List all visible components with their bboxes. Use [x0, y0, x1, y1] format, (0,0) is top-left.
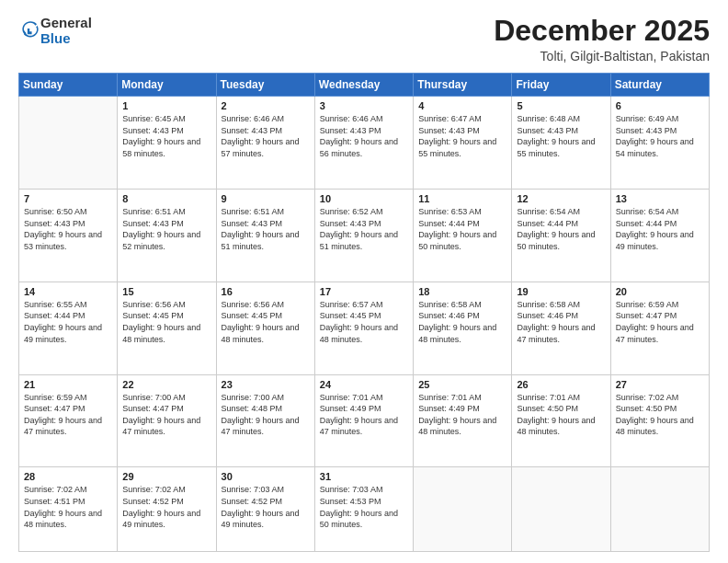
- day-number: 29: [122, 471, 210, 482]
- calendar-cell: [19, 97, 118, 190]
- day-info: Sunrise: 6:51 AMSunset: 4:43 PMDaylight:…: [122, 206, 210, 252]
- calendar-cell: 17Sunrise: 6:57 AMSunset: 4:45 PMDayligh…: [314, 282, 413, 374]
- page: General Blue December 2025 Tolti, Gilgit…: [0, 0, 728, 563]
- day-info: Sunrise: 6:50 AMSunset: 4:43 PMDaylight:…: [24, 206, 112, 252]
- header: General Blue December 2025 Tolti, Gilgit…: [18, 15, 710, 63]
- day-info: Sunrise: 7:02 AMSunset: 4:50 PMDaylight:…: [616, 392, 704, 438]
- day-info: Sunrise: 6:55 AMSunset: 4:44 PMDaylight:…: [24, 299, 112, 345]
- day-info: Sunrise: 7:01 AMSunset: 4:49 PMDaylight:…: [320, 392, 408, 438]
- day-number: 11: [418, 193, 506, 204]
- day-number: 22: [122, 379, 210, 390]
- calendar-cell: 4Sunrise: 6:47 AMSunset: 4:43 PMDaylight…: [414, 97, 512, 190]
- calendar-cell: 26Sunrise: 7:01 AMSunset: 4:50 PMDayligh…: [512, 374, 610, 467]
- calendar-header-row: Sunday Monday Tuesday Wednesday Thursday…: [19, 74, 710, 97]
- calendar-cell: 21Sunrise: 6:59 AMSunset: 4:47 PMDayligh…: [19, 374, 118, 467]
- day-number: 15: [122, 286, 210, 297]
- col-friday: Friday: [512, 74, 610, 97]
- col-monday: Monday: [118, 74, 216, 97]
- day-number: 18: [418, 286, 506, 297]
- logo: General Blue: [18, 15, 92, 47]
- calendar-cell: 31Sunrise: 7:03 AMSunset: 4:53 PMDayligh…: [314, 467, 413, 552]
- col-tuesday: Tuesday: [216, 74, 314, 97]
- calendar-cell: 30Sunrise: 7:03 AMSunset: 4:52 PMDayligh…: [216, 467, 314, 552]
- day-info: Sunrise: 6:59 AMSunset: 4:47 PMDaylight:…: [24, 392, 112, 438]
- day-number: 3: [320, 100, 408, 111]
- calendar-cell: 16Sunrise: 6:56 AMSunset: 4:45 PMDayligh…: [216, 282, 314, 374]
- logo-icon: [20, 18, 40, 39]
- day-number: 4: [418, 100, 506, 111]
- day-number: 17: [320, 286, 408, 297]
- calendar-cell: 1Sunrise: 6:45 AMSunset: 4:43 PMDaylight…: [118, 97, 216, 190]
- day-info: Sunrise: 6:58 AMSunset: 4:46 PMDaylight:…: [418, 299, 506, 345]
- day-number: 10: [320, 193, 408, 204]
- day-info: Sunrise: 6:45 AMSunset: 4:43 PMDaylight:…: [122, 113, 210, 159]
- day-info: Sunrise: 7:03 AMSunset: 4:52 PMDaylight:…: [222, 484, 310, 530]
- day-number: 9: [222, 193, 310, 204]
- calendar-cell: 25Sunrise: 7:01 AMSunset: 4:49 PMDayligh…: [414, 374, 512, 467]
- day-info: Sunrise: 7:01 AMSunset: 4:49 PMDaylight:…: [418, 392, 506, 438]
- col-sunday: Sunday: [19, 74, 118, 97]
- day-number: 27: [616, 379, 704, 390]
- calendar-cell: 9Sunrise: 6:51 AMSunset: 4:43 PMDaylight…: [216, 189, 314, 282]
- day-info: Sunrise: 6:47 AMSunset: 4:43 PMDaylight:…: [418, 113, 506, 159]
- day-info: Sunrise: 7:00 AMSunset: 4:48 PMDaylight:…: [222, 392, 310, 438]
- day-info: Sunrise: 6:52 AMSunset: 4:43 PMDaylight:…: [320, 206, 408, 252]
- calendar-cell: 11Sunrise: 6:53 AMSunset: 4:44 PMDayligh…: [414, 189, 512, 282]
- calendar-table: Sunday Monday Tuesday Wednesday Thursday…: [18, 73, 710, 552]
- calendar-cell: 20Sunrise: 6:59 AMSunset: 4:47 PMDayligh…: [610, 282, 709, 374]
- day-info: Sunrise: 6:53 AMSunset: 4:44 PMDaylight:…: [418, 206, 506, 252]
- day-number: 13: [616, 193, 704, 204]
- calendar-week-5: 28Sunrise: 7:02 AMSunset: 4:51 PMDayligh…: [19, 467, 710, 552]
- day-info: Sunrise: 6:56 AMSunset: 4:45 PMDaylight:…: [122, 299, 210, 345]
- title-section: December 2025 Tolti, Gilgit-Baltistan, P…: [494, 15, 710, 63]
- calendar-cell: 3Sunrise: 6:46 AMSunset: 4:43 PMDaylight…: [314, 97, 413, 190]
- day-number: 20: [616, 286, 704, 297]
- calendar-week-4: 21Sunrise: 6:59 AMSunset: 4:47 PMDayligh…: [19, 374, 710, 467]
- logo-blue-text: Blue: [40, 30, 71, 46]
- calendar-cell: 10Sunrise: 6:52 AMSunset: 4:43 PMDayligh…: [314, 189, 413, 282]
- day-info: Sunrise: 7:02 AMSunset: 4:51 PMDaylight:…: [24, 484, 112, 530]
- col-wednesday: Wednesday: [314, 74, 413, 97]
- calendar-cell: 8Sunrise: 6:51 AMSunset: 4:43 PMDaylight…: [118, 189, 216, 282]
- day-number: 12: [517, 193, 605, 204]
- calendar-cell: [610, 467, 709, 552]
- day-info: Sunrise: 6:59 AMSunset: 4:47 PMDaylight:…: [616, 299, 704, 345]
- calendar-cell: 14Sunrise: 6:55 AMSunset: 4:44 PMDayligh…: [19, 282, 118, 374]
- day-number: 8: [122, 193, 210, 204]
- day-info: Sunrise: 6:58 AMSunset: 4:46 PMDaylight:…: [517, 299, 605, 345]
- day-number: 24: [320, 379, 408, 390]
- calendar-cell: 5Sunrise: 6:48 AMSunset: 4:43 PMDaylight…: [512, 97, 610, 190]
- calendar-cell: 15Sunrise: 6:56 AMSunset: 4:45 PMDayligh…: [118, 282, 216, 374]
- main-title: December 2025: [494, 15, 710, 47]
- day-number: 21: [24, 379, 112, 390]
- calendar-week-1: 1Sunrise: 6:45 AMSunset: 4:43 PMDaylight…: [19, 97, 710, 190]
- calendar-cell: [512, 467, 610, 552]
- calendar-week-3: 14Sunrise: 6:55 AMSunset: 4:44 PMDayligh…: [19, 282, 710, 374]
- logo-general-text: General: [40, 15, 92, 30]
- calendar-cell: 28Sunrise: 7:02 AMSunset: 4:51 PMDayligh…: [19, 467, 118, 552]
- day-number: 30: [222, 471, 310, 482]
- day-info: Sunrise: 7:03 AMSunset: 4:53 PMDaylight:…: [320, 484, 408, 530]
- day-info: Sunrise: 6:51 AMSunset: 4:43 PMDaylight:…: [222, 206, 310, 252]
- calendar-cell: 6Sunrise: 6:49 AMSunset: 4:43 PMDaylight…: [610, 97, 709, 190]
- day-number: 2: [222, 100, 310, 111]
- calendar-cell: 29Sunrise: 7:02 AMSunset: 4:52 PMDayligh…: [118, 467, 216, 552]
- col-saturday: Saturday: [610, 74, 709, 97]
- calendar-cell: 22Sunrise: 7:00 AMSunset: 4:47 PMDayligh…: [118, 374, 216, 467]
- calendar-cell: 2Sunrise: 6:46 AMSunset: 4:43 PMDaylight…: [216, 97, 314, 190]
- day-info: Sunrise: 6:48 AMSunset: 4:43 PMDaylight:…: [517, 113, 605, 159]
- day-number: 7: [24, 193, 112, 204]
- day-number: 6: [616, 100, 704, 111]
- day-number: 31: [320, 471, 408, 482]
- day-info: Sunrise: 6:57 AMSunset: 4:45 PMDaylight:…: [320, 299, 408, 345]
- day-number: 16: [222, 286, 310, 297]
- calendar-cell: 12Sunrise: 6:54 AMSunset: 4:44 PMDayligh…: [512, 189, 610, 282]
- calendar-cell: 23Sunrise: 7:00 AMSunset: 4:48 PMDayligh…: [216, 374, 314, 467]
- calendar-cell: 24Sunrise: 7:01 AMSunset: 4:49 PMDayligh…: [314, 374, 413, 467]
- day-info: Sunrise: 6:49 AMSunset: 4:43 PMDaylight:…: [616, 113, 704, 159]
- day-number: 26: [517, 379, 605, 390]
- calendar-cell: [414, 467, 512, 552]
- day-info: Sunrise: 6:54 AMSunset: 4:44 PMDaylight:…: [517, 206, 605, 252]
- day-number: 1: [122, 100, 210, 111]
- day-info: Sunrise: 6:46 AMSunset: 4:43 PMDaylight:…: [320, 113, 408, 159]
